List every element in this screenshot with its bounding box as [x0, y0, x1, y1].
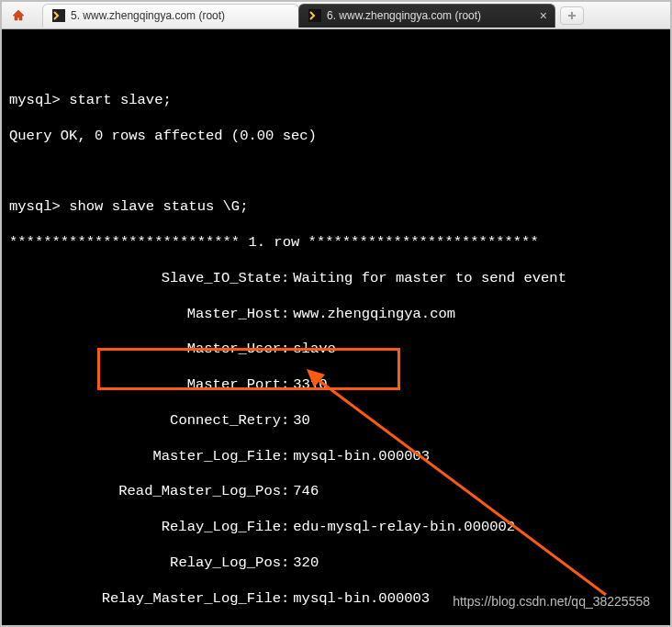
row-stars: ***************************: [9, 234, 240, 251]
field-value: 30: [293, 412, 310, 430]
field-value: Waiting for master to send event: [293, 270, 566, 287]
field-label: Relay_Log_Pos: [9, 554, 281, 572]
tab-bar: 5. www.zhengqingya.com (root) 6. www.zhe…: [2, 2, 670, 29]
status-row: Master_Log_File:mysql-bin.000003: [9, 448, 663, 465]
field-label: Read_Master_Log_Pos: [9, 483, 281, 500]
status-row: Relay_Log_Pos:320: [9, 554, 663, 572]
home-button[interactable]: [6, 6, 31, 26]
status-row: Connect_Retry:30: [9, 412, 663, 430]
row-number: 1. row: [240, 234, 308, 251]
new-tab-button[interactable]: [560, 6, 584, 25]
terminal-icon: [52, 9, 65, 22]
field-value: edu-mysql-relay-bin.000002: [293, 519, 515, 536]
field-value: mysql-bin.000003: [293, 448, 430, 465]
status-row: Master_Host:www.zhengqingya.com: [9, 306, 663, 323]
tab-6[interactable]: 6. www.zhengqingya.com (root) ×: [298, 4, 555, 28]
close-icon[interactable]: ×: [540, 8, 547, 23]
status-row: Relay_Log_File:edu-mysql-relay-bin.00000…: [9, 519, 663, 536]
command-text: start slave;: [69, 92, 172, 108]
status-row: Slave_IO_State:Waiting for master to sen…: [9, 270, 663, 287]
field-label: Connect_Retry: [9, 412, 281, 430]
field-value: www.zhengqingya.com: [293, 306, 455, 323]
field-value: slave: [293, 341, 336, 358]
status-row: Read_Master_Log_Pos:746: [9, 483, 663, 500]
field-value: 746: [293, 483, 319, 500]
terminal-icon: [308, 9, 321, 22]
terminal-line: *************************** 1. row *****…: [9, 234, 663, 252]
home-icon: [11, 8, 26, 23]
field-label: Slave_IO_State: [9, 270, 281, 287]
watermark: https://blog.csdn.net/qq_38225558: [453, 594, 650, 609]
row-stars: ***************************: [308, 234, 539, 251]
terminal-line: mysql> show slave status \G;: [9, 198, 663, 216]
terminal-line: mysql> start slave;: [9, 92, 663, 109]
tab-5[interactable]: 5. www.zhengqingya.com (root): [42, 4, 299, 28]
field-value: 320: [293, 554, 319, 572]
tab-index: 5.: [71, 9, 80, 22]
terminal-line: [9, 56, 663, 73]
tab-index: 6.: [327, 9, 336, 22]
status-row: Master_Port:3310: [9, 376, 663, 394]
command-text: show slave status \G;: [69, 198, 248, 215]
field-value: mysql-bin.000003: [293, 590, 430, 608]
field-label: Master_Port: [9, 376, 281, 394]
prompt: mysql>: [9, 198, 61, 215]
field-label: Master_User: [9, 341, 281, 358]
tab-label: www.zhengqingya.com (root): [83, 9, 225, 22]
field-label: Master_Log_File: [9, 448, 281, 465]
terminal-output[interactable]: mysql> start slave; Query OK, 0 rows aff…: [2, 29, 670, 627]
field-label: Relay_Log_File: [9, 519, 281, 536]
status-row: Master_User:slave: [9, 341, 663, 358]
plus-icon: [566, 10, 577, 21]
field-value: 3310: [293, 376, 327, 394]
tab-label: www.zhengqingya.com (root): [339, 9, 481, 22]
field-label: Relay_Master_Log_File: [9, 590, 281, 608]
prompt: mysql>: [9, 92, 61, 108]
terminal-line: Query OK, 0 rows affected (0.00 sec): [9, 128, 663, 145]
field-label: Master_Host: [9, 306, 281, 323]
terminal-line: [9, 163, 663, 181]
